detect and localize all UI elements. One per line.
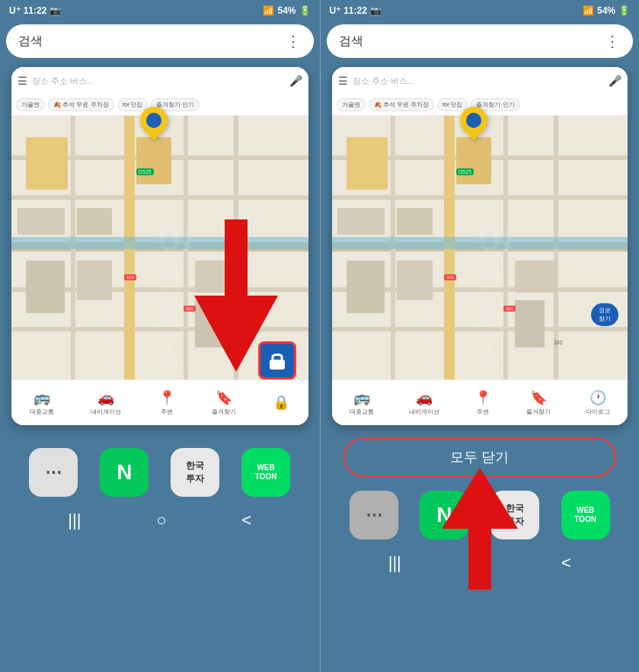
map-streets-left: G525 102 103 102 [11,116,308,379]
transit-icon-left: 🚌 [34,389,50,406]
drive-icon-right: 🚗 [416,389,433,406]
map-search-right: 장소·주소·버스... [353,75,605,87]
svg-rect-1 [270,360,285,370]
nav-menu-left[interactable]: ||| [68,510,81,530]
nav-transit-right[interactable]: 🚌 대중교통 [350,389,374,416]
app-icon-hanjatuja-left[interactable]: 한국 투자 [171,448,219,497]
app-icon-dots-left[interactable]: ⋯ [29,448,78,497]
status-bar-right: U⁺ 11:22 📷 📶 54% 🔋 [321,0,640,21]
nav-bar-left: ||| ○ < [0,504,320,536]
search-text-left: 검색 [18,34,43,50]
search-bar-left[interactable]: 검색 ⋮ [6,24,314,58]
tag-0-left[interactable]: 가을엔 [16,98,45,111]
battery-right: 54% [597,5,615,16]
carrier-right: U⁺ [330,5,341,16]
map-mic-right[interactable]: 🎤 [609,75,621,87]
around-icon-right: 📍 [474,389,491,406]
home-icons-left: ⋯ N 한국 투자 WEB TOON [0,440,320,504]
wifi-icon-left: 📶 [263,5,274,16]
app-card-left[interactable]: ☰ 장소·주소·버스... 🎤 가을엔 🍂 추석 무료 주차장 🍽 맛집 즐겨찾… [11,67,308,425]
webtoon-label-left: WEB TOON [255,463,277,482]
battery-icon-right: 🔋 [618,5,630,16]
tag-1-right[interactable]: 🍂 추석 무료 주차장 [369,98,435,111]
nav-menu-right[interactable]: ||| [388,553,401,573]
app-icon-dots-right[interactable]: ⋯ [350,491,398,539]
pin-inner-left [146,113,161,128]
app-icon-webtoon-left[interactable]: WEB TOON [241,448,290,497]
map-hamburger-right[interactable]: ☰ [338,75,348,87]
nav-home-left[interactable]: ○ [156,510,166,530]
screenshot-icon-right: 📷 [370,5,382,16]
close-all-label: 모두 닫기 [450,448,509,466]
nav-drive-left[interactable]: 🚗 내비게이션 [91,389,121,416]
nav-around-right[interactable]: 📍 주변 [474,389,491,416]
tag-0-right[interactable]: 가을엔 [337,98,366,111]
drive-icon-left: 🚗 [97,389,114,406]
red-arrow-right [434,468,526,590]
nav-back-left[interactable]: < [241,510,251,530]
app-bottom-nav-left: 🚌 대중교통 🚗 내비게이션 📍 주변 🔖 즐겨찾기 🔒 [11,379,308,425]
app-bottom-nav-right: 🚌 대중교통 🚗 내비게이션 📍 주변 🔖 즐겨찾기 🕐 다이로그 [332,379,628,425]
pin-circle-left [134,101,173,140]
map-header-left: ☰ 장소·주소·버스... 🎤 [11,67,308,94]
map-hamburger-left[interactable]: ☰ [18,75,27,87]
right-panel: 이의제시 U⁺ 11:22 📷 📶 54% 🔋 검색 ⋮ ☰ 장 [320,0,640,672]
lock-icon [267,350,288,371]
drive-label-left: 내비게이션 [91,408,121,416]
time-right: 11:22 [343,5,367,16]
nav-drive-right[interactable]: 🚗 내비게이션 [409,389,439,416]
dots-label-left: ⋯ [45,462,62,482]
webtoon-label-right: WEB TOON [574,506,596,524]
map-streets-right: G525 102 103 102 경로찾기 [332,116,628,379]
fav-label-left: 즐겨찾기 [212,408,236,416]
location-pin-left [140,107,168,134]
lock-nav-icon-left: 🔒 [273,394,289,411]
app-icon-webtoon-right[interactable]: WEB TOON [561,491,610,539]
search-text-right: 검색 [339,34,363,50]
nav-around-left[interactable]: 📍 주변 [158,389,175,416]
panel-divider [320,0,321,672]
nav-history-right[interactable]: 🕐 다이로그 [586,389,610,416]
fav-icon-right: 🔖 [530,389,547,406]
map-header-right: ☰ 장소·주소·버스... 🎤 [332,67,628,94]
search-menu-left[interactable]: ⋮ [286,32,302,50]
app-card-right[interactable]: ☰ 장소·주소·버스... 🎤 가을엔 🍂 추석 무료 주차장 🍽 맛집 즐겨찾… [332,67,628,425]
nav-fav-right[interactable]: 🔖 즐겨찾기 [526,389,551,416]
battery-icon-left: 🔋 [299,5,311,16]
screenshot-icon-left: 📷 [50,5,61,16]
fav-icon-left: 🔖 [216,389,232,406]
time-left: 11:22 [24,5,47,16]
battery-left: 54% [277,5,296,16]
around-label-right: 주변 [477,408,489,416]
map-mic-left[interactable]: 🎤 [289,75,302,87]
carrier-left: U⁺ [9,5,21,16]
pin-circle-right [455,101,494,140]
history-icon-right: 🕐 [589,389,606,406]
wifi-icon-right: 📶 [583,5,594,16]
n-label-left: N [117,460,132,485]
search-bar-right[interactable]: 검색 ⋮ [327,24,634,58]
transit-icon-right: 🚌 [353,389,370,406]
tag-1-left[interactable]: 🍂 추석 무료 주차장 [48,98,114,111]
lock-icon-overlay[interactable] [258,341,296,379]
map-search-left: 장소·주소·버스... [32,75,285,87]
hanja-label-left: 한국 투자 [186,459,204,485]
nav-fav-left[interactable]: 🔖 즐겨찾기 [212,389,236,416]
around-icon-left: 📍 [158,389,175,406]
transit-label-right: 대중교통 [350,408,374,416]
drive-label-right: 내비게이션 [409,408,439,416]
status-bar-left: U⁺ 11:22 📷 📶 54% 🔋 [0,0,320,21]
nav-lock-left[interactable]: 🔒 [273,394,289,412]
dots-label-right: ⋯ [366,505,382,525]
status-left: U⁺ 11:22 📷 [9,5,61,16]
app-icon-naver-left[interactable]: N [100,448,149,497]
around-label-left: 주변 [161,408,173,416]
nav-transit-left[interactable]: 🚌 대중교통 [30,389,54,416]
status-left-right: U⁺ 11:22 📷 [330,5,382,16]
left-panel: 이의제시 U⁺ 11:22 📷 📶 54% 🔋 검색 ⋮ ☰ 장 [0,0,320,672]
history-label-right: 다이로그 [586,408,610,416]
location-pin-right [460,107,487,134]
nav-back-right[interactable]: < [561,553,571,573]
svg-marker-2 [442,468,518,590]
search-menu-right[interactable]: ⋮ [605,32,621,50]
